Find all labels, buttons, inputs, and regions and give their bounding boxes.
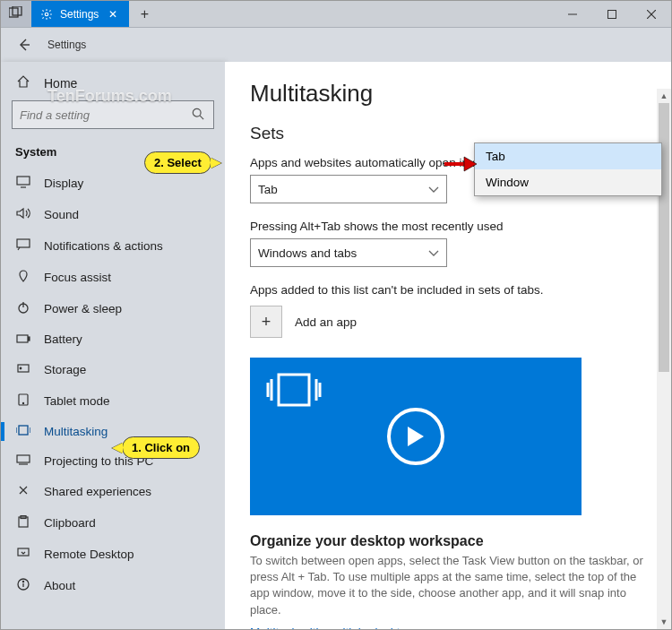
remote-icon [15,547,31,562]
add-app-label: Add an app [295,315,357,329]
title-bar: Settings ✕ + [1,1,671,28]
plus-icon: + [141,6,149,22]
newtab-button[interactable]: + [129,1,159,27]
dropdown-option-tab[interactable]: Tab [475,143,661,169]
multitask-glyph-icon [266,370,322,412]
video-preview[interactable] [250,358,582,515]
search-icon [192,108,206,122]
multitasking-icon [15,425,31,438]
storage-icon [15,362,31,377]
shared-icon [15,484,31,499]
svg-point-30 [22,581,23,582]
scroll-down-icon[interactable]: ▼ [657,615,671,629]
tab-settings[interactable]: Settings ✕ [31,1,129,27]
svg-point-20 [22,402,23,403]
dropdown-option-window[interactable]: Window [475,169,661,195]
sidebar-item-shared[interactable]: Shared experiences [12,476,214,507]
sidebar-item-label: Battery [44,332,82,346]
sidebar-item-battery[interactable]: Battery [12,324,214,354]
svg-rect-15 [17,335,28,342]
taskview-icon [9,6,23,22]
nav-title: Settings [47,39,86,51]
taskview-tab[interactable] [1,1,31,27]
sidebar-item-label: Shared experiences [44,485,151,498]
home-icon [15,74,31,91]
select-alttab[interactable]: Windows and tabs [250,238,447,267]
power-icon [15,301,31,316]
sidebar-item-label: Sound [44,208,79,221]
sidebar-item-label: Clipboard [44,516,96,530]
sidebar-item-label: Tablet mode [44,394,110,408]
multitask-link[interactable]: Multitask with multiple desktops [250,626,646,629]
svg-point-2 [45,13,48,16]
sidebar-item-label: Power & sleep [44,302,122,315]
page-title: Multitasking [250,80,646,108]
play-icon [406,425,426,448]
about-icon [15,578,31,593]
svg-rect-12 [17,239,30,247]
projecting-icon [15,454,31,468]
battery-icon [15,332,31,346]
svg-rect-21 [19,426,28,435]
sidebar-item-about[interactable]: About [12,570,214,601]
select-apps-open[interactable]: Tab [250,175,447,203]
svg-point-8 [193,108,201,117]
sidebar-item-label: Remote Desktop [44,548,134,561]
svg-rect-10 [17,177,30,185]
sidebar-item-remote-desktop[interactable]: Remote Desktop [12,539,214,570]
sidebar-item-label: Focus assist [44,271,111,284]
select-value: Tab [258,183,278,196]
gear-icon [40,8,53,21]
addapp-note: Apps added to this list can't be include… [250,283,646,297]
minimize-button[interactable] [553,1,592,27]
back-button[interactable] [15,36,33,54]
annotation-step1: 1. Click on [122,436,200,459]
sidebar-item-label: Notifications & actions [44,239,163,253]
field-alttab-label: Pressing Alt+Tab shows the most recently… [250,220,646,233]
nav-bar: Settings [1,28,671,62]
maximize-button[interactable] [592,1,632,27]
sidebar-item-label: Storage [44,363,86,376]
focus-assist-icon [15,270,31,285]
display-icon [15,176,31,191]
search-input[interactable] [20,108,192,122]
sidebar: TenForums.com Home System Display Sound … [1,62,225,629]
notifications-icon [15,238,31,254]
sidebar-home[interactable]: Home [12,69,214,100]
section-organize-desc: To switch between open apps, select the … [250,553,646,618]
section-organize-title: Organize your desktop workspace [250,533,646,549]
dropdown-popup: Tab Window [474,142,662,196]
sidebar-item-label: Display [44,177,83,190]
sidebar-item-focus-assist[interactable]: Focus assist [12,262,214,293]
clipboard-icon [15,515,31,531]
sidebar-item-notifications[interactable]: Notifications & actions [12,230,214,262]
annotation-step2: 2. Select [144,151,211,174]
sidebar-item-power-sleep[interactable]: Power & sleep [12,293,214,324]
chevron-down-icon [428,246,439,260]
svg-point-18 [20,367,22,369]
select-value: Windows and tabs [258,246,357,260]
svg-rect-24 [17,455,30,462]
sidebar-item-storage[interactable]: Storage [12,354,214,385]
section-sets-title: Sets [250,124,646,143]
sidebar-home-label: Home [44,76,77,91]
sidebar-item-sound[interactable]: Sound [12,199,214,230]
sound-icon [15,207,31,222]
close-tab-icon[interactable]: ✕ [106,8,120,21]
svg-line-9 [200,116,203,119]
tablet-icon [15,393,31,409]
sidebar-item-label: Multitasking [44,425,108,438]
arrow-left-icon [17,38,31,52]
search-input-wrap[interactable] [12,100,214,129]
play-button[interactable] [387,408,444,465]
sidebar-item-tablet-mode[interactable]: Tablet mode [12,385,214,417]
plus-icon: + [262,313,271,332]
close-window-button[interactable] [632,1,671,27]
svg-rect-4 [608,10,616,18]
annotation-arrow [444,155,477,177]
add-app-button[interactable]: + [250,306,282,338]
sidebar-item-clipboard[interactable]: Clipboard [12,507,214,539]
svg-rect-31 [279,375,309,405]
sidebar-item-label: About [44,579,75,592]
scroll-up-icon[interactable]: ▲ [657,89,671,103]
